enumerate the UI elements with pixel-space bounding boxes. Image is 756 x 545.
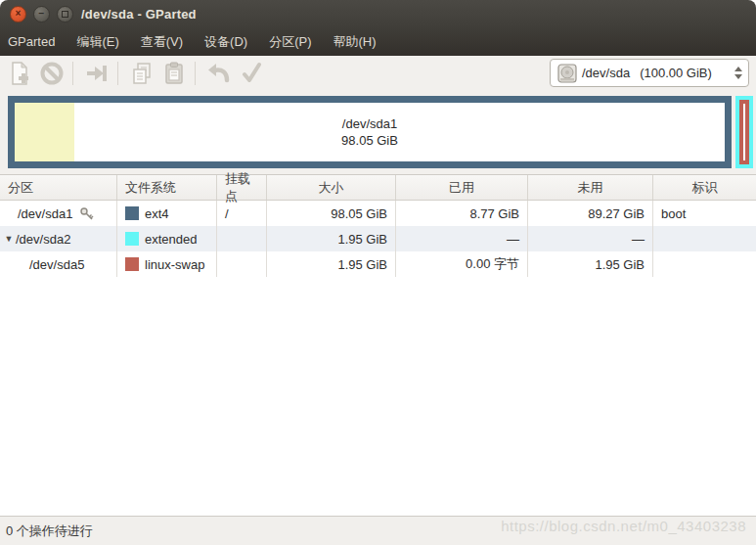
menu-view[interactable]: 查看(V) — [130, 27, 194, 56]
col-header-filesystem[interactable]: 文件系统 — [117, 175, 217, 200]
toolbar-separator — [117, 62, 118, 85]
close-icon[interactable]: × — [10, 6, 26, 23]
watermark-text: https://blog.csdn.net/m0_43403238 — [501, 518, 746, 534]
undo-button[interactable] — [204, 59, 234, 88]
hard-drive-icon — [556, 63, 578, 84]
delete-partition-icon — [39, 61, 65, 86]
unused-cell: 89.27 GiB — [528, 201, 653, 226]
flags-cell — [653, 226, 756, 251]
apply-button[interactable] — [237, 59, 266, 88]
spin-down-icon — [734, 74, 742, 79]
minimize-icon[interactable]: − — [33, 6, 50, 23]
filesystem-name: linux-swap — [145, 257, 204, 272]
top-bar: × − /dev/sda - GParted GParted 编辑(E) 查看(… — [0, 0, 756, 56]
new-partition-icon — [7, 61, 32, 86]
col-header-partition[interactable]: 分区 — [0, 175, 117, 200]
partition-table: 分区 文件系统 挂载点 大小 已用 未用 标识 /dev/sda1 — [0, 174, 756, 516]
filesystem-color-swatch — [125, 232, 139, 246]
unused-cell: — — [528, 226, 653, 251]
partition-visual-extended[interactable] — [735, 96, 753, 168]
copy-button[interactable] — [127, 59, 156, 88]
apply-icon — [239, 61, 264, 86]
used-cell: 8.77 GiB — [396, 201, 528, 226]
paste-icon — [161, 61, 187, 86]
gparted-window: × − /dev/sda - GParted GParted 编辑(E) 查看(… — [0, 0, 756, 545]
menu-device[interactable]: 设备(D) — [194, 27, 258, 56]
col-header-flags[interactable]: 标识 — [653, 175, 756, 200]
expander-icon[interactable]: ▼ — [2, 234, 16, 244]
menu-edit[interactable]: 编辑(E) — [66, 27, 129, 56]
col-header-mountpoint[interactable]: 挂载点 — [217, 175, 267, 200]
resize-move-icon — [84, 61, 110, 86]
device-selector[interactable]: /dev/sda (100.00 GiB) — [550, 59, 749, 87]
used-cell: — — [396, 226, 528, 251]
device-selector-value: /dev/sda — [582, 66, 630, 80]
mount-point-cell: / — [217, 201, 267, 226]
partition-name: /dev/sda1 — [18, 206, 72, 221]
partition-visual-name: /dev/sda1 — [342, 115, 397, 132]
unused-cell: 1.95 GiB — [528, 251, 653, 277]
filesystem-name: extended — [145, 232, 198, 247]
menu-help[interactable]: 帮助(H) — [323, 27, 387, 56]
partition-name: /dev/sda5 — [29, 257, 84, 272]
device-selector-size: (100.00 GiB) — [640, 66, 712, 80]
partition-visual-sda1[interactable]: /dev/sda1 98.05 GiB — [8, 96, 732, 168]
partition-name: /dev/sda2 — [16, 232, 70, 247]
table-header-row: 分区 文件系统 挂载点 大小 已用 未用 标识 — [0, 174, 756, 201]
table-row-sda2[interactable]: ▼ /dev/sda2 extended 1.95 GiB — — — [0, 226, 756, 251]
col-header-used[interactable]: 已用 — [396, 175, 528, 200]
filesystem-name: ext4 — [145, 206, 169, 221]
toolbar-separator — [195, 62, 196, 85]
undo-icon — [206, 61, 232, 86]
flags-cell: boot — [653, 201, 756, 226]
window-title: /dev/sda - GParted — [81, 7, 197, 22]
menu-gparted[interactable]: GParted — [0, 27, 66, 56]
size-cell: 98.05 GiB — [267, 201, 396, 226]
col-header-size[interactable]: 大小 — [267, 175, 396, 200]
col-header-unused[interactable]: 未用 — [528, 175, 653, 200]
new-partition-button[interactable] — [5, 59, 34, 88]
table-row-sda1[interactable]: /dev/sda1 ext4 / 98.05 GiB 8.77 GiB 89.2… — [0, 201, 756, 226]
title-bar: × − /dev/sda - GParted — [0, 0, 756, 27]
delete-partition-button[interactable] — [37, 59, 67, 88]
filesystem-color-swatch — [125, 257, 139, 271]
mount-point-cell — [217, 226, 267, 251]
paste-button[interactable] — [159, 59, 189, 88]
table-row-sda5[interactable]: /dev/sda5 linux-swap 1.95 GiB 0.00 字节 1.… — [0, 251, 756, 277]
device-selector-spinner[interactable] — [729, 60, 742, 86]
menu-partition[interactable]: 分区(P) — [258, 27, 322, 56]
table-empty-area — [0, 277, 756, 516]
flags-cell — [653, 251, 756, 277]
size-cell: 1.95 GiB — [267, 226, 396, 251]
filesystem-color-swatch — [125, 206, 139, 220]
toolbar: /dev/sda (100.00 GiB) — [0, 56, 756, 91]
resize-move-button[interactable] — [82, 59, 111, 88]
mount-point-cell — [217, 251, 267, 277]
spin-up-icon — [734, 67, 742, 71]
key-icon — [79, 206, 94, 221]
toolbar-separator — [72, 62, 73, 85]
pending-operations-text: 0 个操作待进行 — [6, 522, 93, 540]
partition-visual-size: 98.05 GiB — [341, 132, 398, 149]
maximize-icon[interactable] — [57, 6, 73, 23]
disk-visual: /dev/sda1 98.05 GiB — [0, 91, 756, 174]
used-cell: 0.00 字节 — [396, 251, 528, 277]
copy-icon — [129, 61, 155, 86]
partition-visual-swap[interactable] — [739, 100, 749, 164]
size-cell: 1.95 GiB — [267, 251, 396, 277]
menu-bar: GParted 编辑(E) 查看(V) 设备(D) 分区(P) 帮助(H) — [0, 27, 756, 56]
